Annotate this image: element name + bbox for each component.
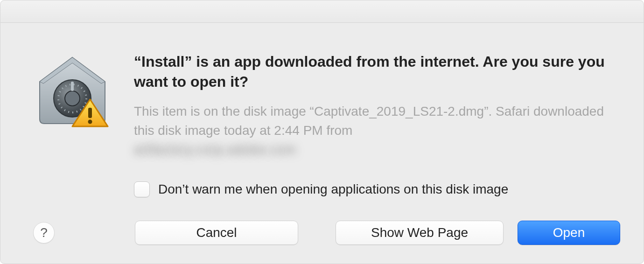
- action-buttons: Cancel Show Web Page Open: [135, 221, 620, 245]
- dialog-content: “Install” is an app downloaded from the …: [0, 23, 644, 197]
- dialog-subtext-line: This item is on the disk image “Captivat…: [134, 104, 604, 138]
- dialog-text-column: “Install” is an app downloaded from the …: [134, 52, 616, 197]
- dialog-subtext: This item is on the disk image “Captivat…: [134, 102, 616, 159]
- dont-warn-checkbox-label: Don’t warn me when opening applications …: [158, 182, 508, 197]
- gatekeeper-security-icon: [35, 54, 110, 128]
- show-web-page-button[interactable]: Show Web Page: [336, 221, 504, 245]
- svg-point-5: [88, 120, 92, 124]
- svg-rect-4: [88, 108, 92, 118]
- dialog-icon-column: [33, 52, 112, 128]
- security-warning-dialog: “Install” is an app downloaded from the …: [0, 0, 644, 264]
- open-button[interactable]: Open: [518, 221, 620, 245]
- cancel-button[interactable]: Cancel: [135, 221, 298, 245]
- dialog-heading: “Install” is an app downloaded from the …: [134, 52, 616, 92]
- svg-rect-3: [71, 82, 74, 91]
- help-button[interactable]: ?: [33, 222, 55, 243]
- dont-warn-checkbox[interactable]: [134, 181, 150, 197]
- dialog-subtext-source-redacted: artfactory.corp.adobe.com: [134, 140, 296, 160]
- dont-warn-checkbox-row: Don’t warn me when opening applications …: [134, 181, 616, 197]
- svg-point-2: [65, 91, 80, 106]
- dialog-button-row: ? Cancel Show Web Page Open: [0, 221, 644, 245]
- dialog-titlebar: [0, 0, 644, 23]
